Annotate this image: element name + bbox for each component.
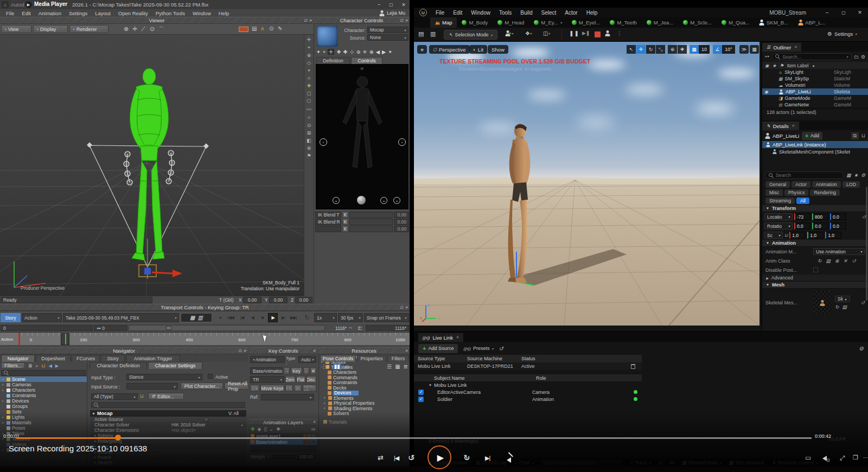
angle-icon[interactable]: ∧ — [260, 25, 264, 31]
prop-retargeting[interactable]: ▸Retargeting — [90, 438, 246, 444]
rewind-10-icon[interactable]: ↺10 — [408, 453, 415, 463]
snapshot-icon[interactable]: ⛁ — [670, 460, 674, 465]
source-select[interactable]: None▾ — [367, 34, 409, 41]
sync-all-button[interactable]: Sync. All — [303, 385, 316, 392]
res-solvers[interactable]: Solvers — [319, 411, 410, 417]
new-layer-icon[interactable]: ✚ — [251, 426, 255, 432]
outliner-row-skysphere[interactable]: ▦SM_SkySpStaticM — [762, 75, 868, 82]
arc-tool-icon[interactable]: ⌒ — [158, 25, 164, 34]
lock-icon[interactable]: ⊔ — [861, 133, 865, 138]
tab-m-body[interactable]: M_Body — [457, 17, 493, 28]
tab-story[interactable]: Story — [101, 355, 125, 362]
bone-tool-icon[interactable]: ✦ — [316, 49, 321, 55]
ue-menu-select[interactable]: Select — [537, 8, 561, 17]
layer-opts-icon[interactable]: ≔ — [311, 426, 316, 432]
type-select[interactable]: Auto▾ — [298, 356, 316, 363]
filter-icon[interactable]: ⫧▾ — [765, 54, 769, 60]
range-slider[interactable] — [129, 325, 325, 331]
viewport-menu-icon[interactable]: ≡ — [417, 45, 427, 54]
strip-translate-icon[interactable]: ⌖ — [308, 44, 310, 50]
details-settings-icon[interactable]: ⚙ — [861, 173, 865, 178]
cmd-dropdown[interactable]: ⌸Cmd▾ — [514, 460, 533, 466]
chip-rendering[interactable]: Rendering — [810, 189, 840, 196]
tree-item-cameras[interactable]: +Cameras — [0, 382, 87, 387]
plus-icon[interactable]: ⊕ — [835, 258, 839, 264]
strip-curve-icon[interactable]: 〰 — [307, 106, 311, 113]
flat-button[interactable]: Flat — [296, 376, 305, 383]
grid-icon[interactable]: ▦ — [846, 173, 851, 178]
tab-dopesheet[interactable]: Dopesheet — [36, 355, 71, 362]
tree-item-lights[interactable]: +Lights — [0, 414, 87, 420]
stop-icon[interactable] — [595, 31, 601, 37]
play-button[interactable]: ▶ — [427, 445, 451, 469]
res-shading-elements[interactable]: +Shading Elements — [319, 406, 410, 411]
find-icon[interactable]: ⌕ — [36, 363, 39, 369]
viewport-layout-icon[interactable]: ▦ — [750, 45, 759, 54]
record-button[interactable]: ● — [215, 313, 225, 322]
minimize-icon[interactable]: − — [819, 8, 835, 17]
chain-tool-icon[interactable]: ⌖ — [323, 49, 326, 55]
prop-reach[interactable]: ▸Reach — [90, 455, 246, 460]
turntable-left-button[interactable]: ⌄ — [333, 197, 340, 204]
panel-close-icon[interactable]: ✕ — [243, 349, 246, 353]
visibility-all[interactable]: V: All — [228, 411, 239, 416]
select-tool-icon[interactable]: ↖ — [627, 45, 636, 54]
menu-animation[interactable]: Animation — [35, 10, 65, 16]
strip-rotate-icon[interactable]: ⊕ — [307, 53, 311, 58]
layer-up-icon[interactable]: ❖ — [276, 426, 280, 432]
chip-general[interactable]: General — [765, 181, 790, 188]
pen-icon[interactable]: ✎ — [278, 25, 282, 31]
lit-dropdown[interactable]: ◐Lit — [469, 45, 487, 54]
y-value[interactable]: 0.00 — [269, 297, 288, 303]
progress-track[interactable] — [16, 437, 812, 439]
progress-thumb[interactable] — [115, 435, 121, 441]
display-dropdown[interactable]: ▾Display — [33, 25, 68, 33]
browse-icon[interactable]: ▤ — [843, 304, 847, 310]
end-frame-field[interactable]: 1116* — [366, 325, 409, 331]
prop-active-source[interactable]: Active Source — [90, 417, 246, 422]
rows-icon[interactable]: ≣ — [404, 363, 408, 369]
browse-icon[interactable]: ▤ — [826, 258, 831, 264]
rotate-left-button[interactable]: ‹ — [320, 138, 327, 146]
previous-icon[interactable]: |◀ — [394, 455, 399, 462]
set-key-button[interactable]: Key — [291, 367, 303, 374]
go-to-start-button[interactable]: |◀◀ — [226, 313, 235, 322]
menu-settings[interactable]: Settings — [65, 10, 91, 16]
tr-select[interactable]: TR▾ — [250, 376, 284, 383]
chip-actor[interactable]: Actor — [792, 181, 810, 188]
forward-30-icon[interactable]: ↻30 — [463, 453, 470, 463]
chip-animation[interactable]: Animation — [812, 181, 841, 188]
tab-m-jea[interactable]: M_Jea... — [642, 17, 678, 28]
next-keyframe-icon[interactable]: ▸ — [303, 367, 309, 374]
action-dropdown[interactable]: Action▾ — [22, 313, 62, 322]
weight-slider[interactable] — [272, 455, 296, 459]
panel-close-icon[interactable]: ✕ — [309, 18, 312, 23]
component-row-mesh[interactable]: SkeletalMeshComponent (Skelet — [762, 148, 868, 155]
col-status[interactable]: Status — [521, 356, 535, 361]
menu-file[interactable]: File — [2, 10, 18, 16]
scale-tool-icon[interactable]: ⟋ — [141, 25, 145, 33]
weight-key-box[interactable] — [266, 455, 271, 459]
ik-blend-r-slider[interactable] — [349, 219, 393, 225]
story-toggle[interactable]: Story — [1, 313, 21, 322]
grid-snap-value[interactable]: 10 — [699, 45, 710, 54]
key-toggle-button[interactable]: K — [342, 226, 348, 232]
world-local-icon[interactable]: ⊕ — [668, 45, 677, 54]
close-icon[interactable]: ✕ — [852, 8, 868, 17]
ue-menu-build[interactable]: Build — [516, 8, 537, 17]
reset-icon[interactable]: ↺ — [852, 258, 856, 264]
eject-possess-icon[interactable] — [605, 30, 610, 36]
tab-livelink[interactable]: ((•))Live Link✕ — [418, 333, 463, 342]
prop-character-solver[interactable]: Character SolverHIK 2016 Solver▾ — [90, 422, 246, 428]
play-options-icon[interactable]: ⋮ — [617, 30, 622, 36]
menu-python-tools[interactable]: Python Tools — [152, 10, 189, 16]
console-command-input[interactable]: Enter Console Command — [541, 460, 622, 466]
zoom-20-icon[interactable]: ⊙ — [269, 25, 273, 31]
rotation-z[interactable]: 0.0 — [830, 222, 846, 229]
res-constraints[interactable]: Constraints — [319, 380, 410, 386]
rotate-tool-icon[interactable]: ⊕ — [124, 25, 129, 33]
tab-m-ey[interactable]: M_Ey...▾ — [529, 17, 567, 28]
panel-float-icon[interactable]: ⊡ — [400, 18, 403, 23]
next-frame-icon[interactable]: ▶| — [485, 455, 490, 462]
key-toggle-button[interactable]: K — [342, 212, 348, 218]
